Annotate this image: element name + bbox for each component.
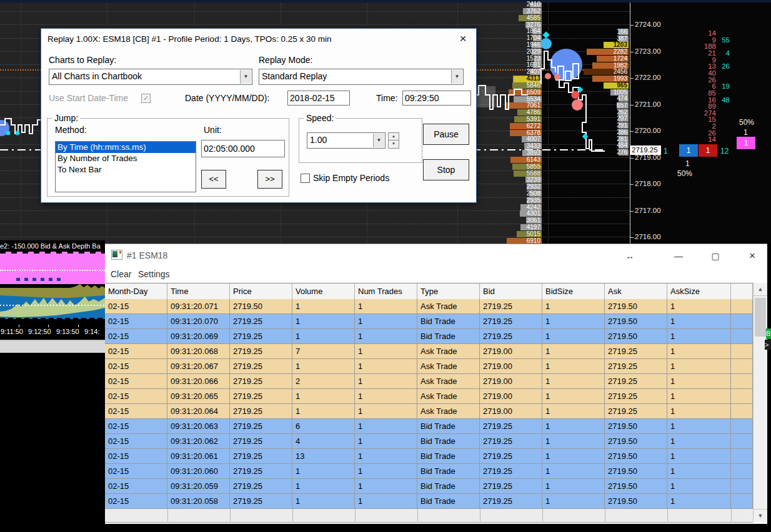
jump-method-listbox[interactable]: By Time (hh:mm:ss.ms)By Number of Trades… bbox=[55, 141, 196, 192]
stop-button[interactable]: Stop bbox=[423, 159, 469, 180]
column-header-asksize[interactable]: AskSize bbox=[667, 283, 731, 299]
column-header-month-day[interactable]: Month-Day bbox=[105, 283, 167, 299]
skip-empty-checkbox[interactable] bbox=[301, 174, 310, 183]
chevron-down-icon[interactable]: ▼ bbox=[240, 70, 251, 84]
method-option[interactable]: By Number of Trades bbox=[56, 153, 196, 164]
table-row[interactable]: 02-1509:31:20.0642719.2511Ask Trade2719.… bbox=[105, 404, 753, 419]
cell-volume: 1 bbox=[292, 404, 355, 419]
profile-value: 262 bbox=[617, 109, 627, 116]
cell-ask: 2719.25 bbox=[605, 389, 667, 404]
time-input[interactable]: 09:29:50 bbox=[402, 91, 471, 106]
column-header-time[interactable]: Time bbox=[167, 283, 230, 299]
profile-value: 5534 bbox=[527, 96, 540, 102]
column-header-ask[interactable]: Ask bbox=[605, 283, 667, 299]
price-label: 2723.00 bbox=[635, 47, 661, 55]
cell-filler bbox=[731, 374, 753, 389]
cell-num-trades: 1 bbox=[355, 344, 417, 359]
tns-titlebar[interactable]: #1 ESM18 ↔ — ▢ × bbox=[105, 244, 767, 268]
cell-bid: 2719.00 bbox=[480, 389, 542, 404]
cell-type: Ask Trade bbox=[417, 404, 480, 419]
charts-to-replay-select[interactable]: All Charts in Chartbook ▼ bbox=[49, 69, 252, 85]
dialog-titlebar[interactable]: Replay 1.00X: ESM18 [CB] #1 - Profile Pe… bbox=[41, 29, 476, 49]
bid-depth-value: 55 bbox=[717, 37, 730, 44]
cell-ask: 2719.50 bbox=[605, 494, 667, 509]
cell-month-day: 02-15 bbox=[105, 389, 167, 404]
cell-type: Bid Trade bbox=[417, 449, 480, 464]
table-row[interactable]: 02-1509:31:20.0612719.25131Bid Trade2719… bbox=[105, 449, 753, 464]
dotted-line bbox=[0, 270, 105, 271]
unit-input[interactable]: 02:05:00.000 bbox=[201, 140, 285, 157]
table-row[interactable]: 02-1509:31:20.0702719.2511Bid Trade2719.… bbox=[105, 314, 753, 329]
price-tick bbox=[630, 105, 634, 106]
table-row[interactable]: 02-1509:31:20.0712719.5011Ask Trade2719.… bbox=[105, 299, 753, 314]
profile-value: 4313 bbox=[527, 76, 540, 82]
cell-bidsize: 1 bbox=[542, 359, 605, 374]
speed-down-icon[interactable]: ▼ bbox=[388, 140, 399, 149]
scrollbar-thumb[interactable] bbox=[755, 298, 766, 337]
table-row[interactable]: 02-1509:31:20.0692719.2511Bid Trade2719.… bbox=[105, 329, 753, 344]
time-axis-label: 9:13:50 bbox=[56, 328, 79, 335]
method-option[interactable]: To Next Bar bbox=[56, 164, 196, 175]
bid-depth-value: 19 bbox=[717, 83, 730, 90]
column-header-type[interactable]: Type bbox=[417, 283, 480, 299]
use-start-checkbox[interactable]: ✓ bbox=[141, 94, 151, 103]
cell-time: 09:31:20.063 bbox=[167, 419, 230, 434]
price-tick bbox=[630, 184, 634, 185]
cell-volume: 1 bbox=[292, 329, 355, 344]
jump-back-button[interactable]: << bbox=[201, 170, 226, 189]
table-row[interactable]: 02-1509:31:20.0652719.2511Ask Trade2719.… bbox=[105, 389, 753, 404]
date-input[interactable]: 2018-02-15 bbox=[287, 91, 350, 106]
cell-type: Ask Trade bbox=[417, 344, 480, 359]
cell-time: 09:31:20.060 bbox=[167, 464, 230, 479]
cell-num-trades: 1 bbox=[355, 299, 417, 314]
scroll-down-icon[interactable]: ▼ bbox=[754, 509, 767, 522]
method-option[interactable]: By Time (hh:mm:ss.ms) bbox=[56, 142, 196, 153]
jump-forward-button[interactable]: >> bbox=[257, 170, 282, 189]
cell-volume: 1 bbox=[292, 464, 355, 479]
detach-icon[interactable]: ↔ bbox=[620, 249, 639, 263]
cell-ask: 2719.50 bbox=[605, 419, 667, 434]
column-header-bidsize[interactable]: BidSize bbox=[542, 283, 605, 299]
table-row[interactable]: 02-1509:31:20.0602719.2511Bid Trade2719.… bbox=[105, 464, 753, 479]
table-row[interactable]: 02-1509:31:20.0622719.2541Bid Trade2719.… bbox=[105, 434, 753, 449]
column-header-num-trades[interactable]: Num Trades bbox=[355, 283, 417, 299]
vertical-scrollbar[interactable]: ▲ ▼ bbox=[753, 283, 767, 522]
replay-mode-select[interactable]: Standard Replay ▼ bbox=[259, 69, 464, 85]
column-header-volume[interactable]: Volume bbox=[292, 283, 355, 299]
profile-value: 6378 bbox=[527, 130, 540, 136]
speed-select[interactable]: 1.00 ▼ bbox=[307, 132, 386, 149]
table-row[interactable]: 02-1509:31:20.0682719.2571Ask Trade2719.… bbox=[105, 344, 753, 359]
table-row[interactable]: 02-1509:31:20.0662719.2521Ask Trade2719.… bbox=[105, 374, 753, 389]
table-row[interactable]: 02-1509:31:20.0672719.2511Ask Trade2719.… bbox=[105, 359, 753, 374]
price-tick bbox=[630, 78, 634, 79]
cell-bidsize: 1 bbox=[542, 479, 605, 494]
pause-button[interactable]: Pause bbox=[423, 124, 469, 145]
maximize-icon[interactable]: ▢ bbox=[706, 249, 725, 263]
cell-month-day: 02-15 bbox=[105, 434, 167, 449]
cell-asksize: 1 bbox=[667, 479, 731, 494]
cell-type: Bid Trade bbox=[417, 419, 480, 434]
table-row[interactable]: 02-1509:31:20.0632719.2561Bid Trade2719.… bbox=[105, 419, 753, 434]
cell-type: Ask Trade bbox=[417, 389, 480, 404]
cell-asksize: 1 bbox=[667, 389, 731, 404]
speed-group-label: Speed: bbox=[304, 113, 336, 123]
profile-value: 2282 bbox=[614, 49, 627, 55]
cell-asksize: 1 bbox=[667, 404, 731, 419]
cell-price: 2719.25 bbox=[230, 449, 292, 464]
close-icon[interactable]: × bbox=[743, 249, 762, 263]
table-row[interactable]: 02-1509:31:20.0592719.2511Bid Trade2719.… bbox=[105, 479, 753, 494]
menu-settings[interactable]: Settings bbox=[138, 269, 170, 279]
minimize-icon[interactable]: — bbox=[669, 249, 688, 263]
chevron-down-icon[interactable]: ▼ bbox=[451, 70, 462, 84]
column-header-price[interactable]: Price bbox=[230, 283, 292, 299]
scroll-right-icon[interactable]: > bbox=[765, 340, 771, 350]
menu-clear[interactable]: Clear bbox=[111, 269, 131, 279]
chevron-down-icon[interactable]: ▼ bbox=[373, 134, 384, 147]
close-icon[interactable]: × bbox=[455, 31, 471, 46]
profile-value: 6910 bbox=[527, 238, 540, 244]
table-row[interactable]: 02-1509:31:20.0582719.2511Bid Trade2719.… bbox=[105, 494, 753, 509]
profile-value: 3239 bbox=[527, 177, 540, 183]
column-header-bid[interactable]: Bid bbox=[480, 283, 542, 299]
scroll-up-icon[interactable]: ▲ bbox=[754, 283, 767, 296]
sell-marker-icon bbox=[572, 99, 583, 111]
